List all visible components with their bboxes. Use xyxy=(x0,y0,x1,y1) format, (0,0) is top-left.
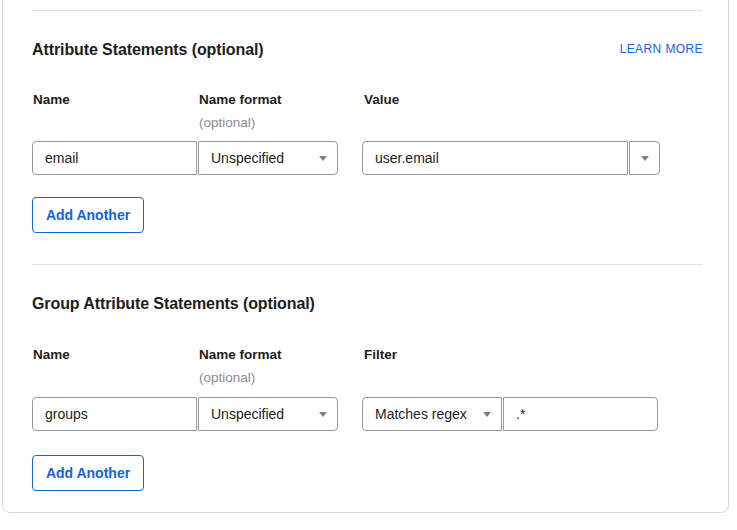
column-header-name-format: Name format xyxy=(199,347,282,362)
add-another-button[interactable]: Add Another xyxy=(32,455,144,491)
attr-name-format-value: Unspecified xyxy=(211,150,284,166)
optional-note: (optional) xyxy=(199,370,255,385)
add-another-button[interactable]: Add Another xyxy=(32,197,144,233)
group-filter-value-input[interactable] xyxy=(503,397,658,431)
section-divider-top xyxy=(32,10,702,11)
attribute-statements-title: Attribute Statements (optional) xyxy=(32,41,264,59)
column-header-value: Value xyxy=(364,92,399,107)
attr-name-format-select[interactable]: Unspecified xyxy=(198,141,338,175)
saml-settings-panel: Attribute Statements (optional) LEARN MO… xyxy=(0,0,737,530)
chevron-down-icon xyxy=(483,412,491,417)
group-name-format-value: Unspecified xyxy=(211,406,284,422)
column-header-name: Name xyxy=(33,92,70,107)
settings-card xyxy=(2,0,729,513)
column-header-name: Name xyxy=(33,347,70,362)
column-header-filter: Filter xyxy=(364,347,397,362)
chevron-down-icon xyxy=(319,156,327,161)
group-attribute-statements-title: Group Attribute Statements (optional) xyxy=(32,295,315,313)
attr-value-input[interactable] xyxy=(362,141,628,175)
group-name-format-select[interactable]: Unspecified xyxy=(198,397,338,431)
attr-value-dropdown-button[interactable] xyxy=(629,141,660,175)
attr-name-input[interactable] xyxy=(32,141,197,175)
chevron-down-icon xyxy=(641,156,649,161)
section-divider-middle xyxy=(32,264,702,265)
column-header-name-format: Name format xyxy=(199,92,282,107)
learn-more-link[interactable]: LEARN MORE xyxy=(620,42,703,56)
group-filter-value: Matches regex xyxy=(375,406,467,422)
chevron-down-icon xyxy=(319,412,327,417)
group-name-input[interactable] xyxy=(32,397,197,431)
group-filter-select[interactable]: Matches regex xyxy=(362,397,502,431)
optional-note: (optional) xyxy=(199,115,255,130)
